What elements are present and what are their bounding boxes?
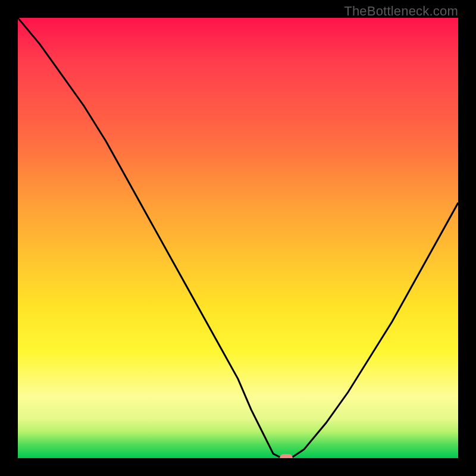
optimum-marker	[280, 454, 293, 458]
plot-area	[18, 18, 458, 458]
curve-path	[18, 18, 458, 458]
attribution-text: TheBottleneck.com	[344, 4, 458, 19]
chart-frame: TheBottleneck.com	[0, 0, 476, 476]
bottleneck-curve	[18, 18, 458, 458]
